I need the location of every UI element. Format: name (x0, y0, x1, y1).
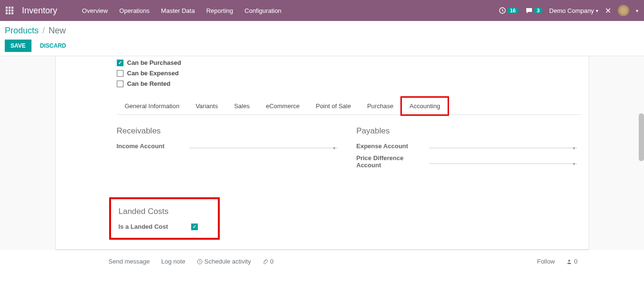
control-buttons: SAVE DISCARD (5, 40, 639, 52)
chevron-down-icon: ▾ (573, 146, 575, 151)
tab-ecommerce[interactable]: eCommerce (258, 97, 308, 115)
breadcrumb-products[interactable]: Products (5, 26, 39, 36)
user-icon (566, 259, 572, 264)
payables-title: Payables (357, 126, 577, 136)
is-landed-cost-label: Is a Landed Cost (119, 223, 191, 230)
chevron-down-icon: ▾ (596, 8, 598, 13)
can-be-expensed-checkbox[interactable] (117, 70, 123, 77)
breadcrumb-current: New (49, 26, 66, 36)
expense-account-row: Expense Account ▾ (357, 142, 577, 150)
main-menu: Overview Operations Master Data Reportin… (76, 7, 287, 14)
income-account-input[interactable]: ▾ (189, 144, 337, 148)
breadcrumb: Products / New (5, 26, 639, 36)
timer-badge: 16 (507, 7, 519, 14)
is-landed-cost-row: Is a Landed Cost (119, 223, 210, 230)
tab-accounting[interactable]: Accounting (401, 97, 448, 115)
income-account-row: Income Account ▾ (117, 142, 337, 150)
close-icon[interactable]: ✕ (605, 6, 611, 15)
attachments-action[interactable]: 0 (262, 258, 273, 265)
menu-master-data[interactable]: Master Data (155, 7, 201, 14)
chevron-down-icon: ▾ (573, 162, 575, 166)
can-be-purchased-label[interactable]: Can be Purchased (127, 59, 181, 66)
product-tabs: General Information Variants Sales eComm… (117, 97, 581, 115)
expense-account-input[interactable]: ▾ (429, 144, 577, 148)
schedule-activity-action[interactable]: Schedule activity (197, 258, 251, 265)
menu-configuration[interactable]: Configuration (239, 7, 287, 14)
discard-button[interactable]: DISCARD (35, 40, 71, 52)
control-panel: Products / New SAVE DISCARD (0, 21, 644, 56)
clock-icon (197, 259, 203, 264)
tab-point-of-sale[interactable]: Point of Sale (307, 97, 359, 115)
can-be-expensed-row: Can be Expensed (117, 70, 589, 77)
landed-costs-title: Landed Costs (119, 207, 210, 216)
receivables-column: Receivables Income Account ▾ (117, 126, 337, 173)
payables-column: Payables Expense Account ▾ Price Differe… (357, 126, 577, 173)
chat-icon (525, 7, 533, 14)
is-landed-cost-checkbox[interactable] (191, 224, 198, 230)
log-note-action[interactable]: Log note (161, 258, 185, 265)
chat-widget[interactable]: 3 (525, 7, 542, 14)
expense-account-label: Expense Account (357, 142, 429, 150)
follow-action[interactable]: Follow (537, 258, 555, 265)
save-button[interactable]: SAVE (5, 40, 31, 52)
chat-badge: 3 (534, 7, 542, 14)
apps-icon[interactable] (6, 7, 13, 14)
paperclip-icon (262, 259, 268, 264)
top-navbar: Inventory Overview Operations Master Dat… (0, 0, 644, 21)
price-diff-input[interactable]: ▾ (429, 160, 577, 164)
tab-variants[interactable]: Variants (187, 97, 226, 115)
scrollbar-thumb[interactable] (639, 113, 644, 161)
landed-costs-section: Landed Costs Is a Landed Cost (109, 197, 220, 240)
company-selector[interactable]: Demo Company ▾ (549, 7, 598, 14)
breadcrumb-separator: / (42, 26, 45, 36)
timer-widget[interactable]: 16 (499, 7, 519, 14)
can-be-rented-checkbox[interactable] (117, 81, 123, 87)
form-area: Can be Purchased Can be Expensed Can be … (0, 56, 644, 250)
tab-purchase[interactable]: Purchase (359, 97, 401, 115)
chatter-bar: Send message Log note Schedule activity … (55, 250, 589, 273)
svg-point-2 (568, 260, 570, 262)
product-options: Can be Purchased Can be Expensed Can be … (56, 56, 589, 97)
accounting-tab-content: Receivables Income Account ▾ Payables Ex… (56, 115, 589, 188)
can-be-rented-label[interactable]: Can be Rented (127, 80, 171, 87)
price-diff-label: Price Difference Account (357, 154, 429, 169)
send-message-action[interactable]: Send message (109, 258, 150, 265)
nav-right: 16 3 Demo Company ▾ ✕ ▾ (499, 5, 638, 16)
followers-action[interactable]: 0 (566, 258, 577, 265)
can-be-purchased-row: Can be Purchased (117, 59, 589, 66)
receivables-title: Receivables (117, 126, 337, 136)
clock-icon (499, 7, 506, 14)
chevron-down-icon[interactable]: ▾ (636, 8, 638, 13)
user-avatar[interactable] (618, 5, 629, 16)
app-title: Inventory (22, 6, 57, 16)
tab-sales[interactable]: Sales (226, 97, 258, 115)
income-account-label: Income Account (117, 142, 189, 150)
can-be-expensed-label[interactable]: Can be Expensed (127, 70, 179, 77)
tab-general-information[interactable]: General Information (117, 97, 188, 115)
menu-reporting[interactable]: Reporting (201, 7, 239, 14)
menu-operations[interactable]: Operations (113, 7, 155, 14)
price-diff-row: Price Difference Account ▾ (357, 154, 577, 169)
menu-overview[interactable]: Overview (76, 7, 113, 14)
form-sheet: Can be Purchased Can be Expensed Can be … (55, 56, 589, 250)
chevron-down-icon: ▾ (333, 146, 336, 151)
can-be-rented-row: Can be Rented (117, 80, 589, 87)
can-be-purchased-checkbox[interactable] (117, 60, 123, 66)
chatter-right: Follow 0 (537, 258, 578, 265)
